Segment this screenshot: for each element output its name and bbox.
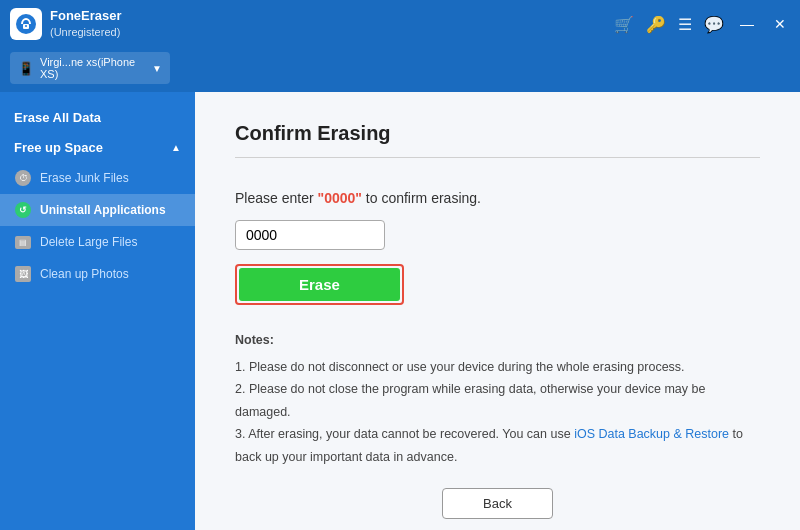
device-label: Virgi...ne xs(iPhone XS) bbox=[40, 56, 146, 80]
back-button-wrapper: Back bbox=[235, 468, 760, 519]
note-1: 1. Please do not disconnect or use your … bbox=[235, 356, 760, 379]
sidebar-item-delete-large[interactable]: ▤ Delete Large Files bbox=[0, 226, 195, 258]
title-bar: FoneEraser (Unregistered) 🛒 🔑 ☰ 💬 — ✕ bbox=[0, 0, 800, 48]
clean-photos-label: Clean up Photos bbox=[40, 267, 129, 281]
sidebar-item-erase-junk[interactable]: ⏱ Erase Junk Files bbox=[0, 162, 195, 194]
free-up-space-label: Free up Space bbox=[14, 140, 103, 155]
phone-icon: 📱 bbox=[18, 61, 34, 76]
confirm-section: Please enter "0000" to confirm erasing. … bbox=[235, 190, 760, 468]
free-up-space-header[interactable]: Free up Space ▲ bbox=[0, 133, 195, 162]
erase-junk-label: Erase Junk Files bbox=[40, 171, 129, 185]
titlebar-controls: 🛒 🔑 ☰ 💬 — ✕ bbox=[614, 14, 790, 34]
minimize-button[interactable]: — bbox=[736, 14, 758, 34]
delete-large-label: Delete Large Files bbox=[40, 235, 137, 249]
uninstall-apps-label: Uninstall Applications bbox=[40, 203, 166, 217]
sidebar: Erase All Data Free up Space ▲ ⏱ Erase J… bbox=[0, 92, 195, 530]
chevron-down-icon: ▼ bbox=[152, 63, 162, 74]
erase-button[interactable]: Erase bbox=[239, 268, 400, 301]
page-title: Confirm Erasing bbox=[235, 122, 760, 158]
confirm-prompt: Please enter "0000" to confirm erasing. bbox=[235, 190, 760, 206]
clock-icon: ⏱ bbox=[14, 169, 32, 187]
confirm-code-input[interactable] bbox=[235, 220, 385, 250]
ios-backup-link[interactable]: iOS Data Backup & Restore bbox=[574, 427, 729, 441]
key-icon[interactable]: 🔑 bbox=[646, 15, 666, 34]
prompt-after: to confirm erasing. bbox=[362, 190, 481, 206]
device-bar: 📱 Virgi...ne xs(iPhone XS) ▼ bbox=[0, 48, 800, 92]
app-title-text: FoneEraser (Unregistered) bbox=[50, 8, 122, 39]
note-3: 3. After erasing, your data cannot be re… bbox=[235, 423, 760, 468]
main-layout: Erase All Data Free up Space ▲ ⏱ Erase J… bbox=[0, 92, 800, 530]
apps-icon: ↺ bbox=[14, 201, 32, 219]
notes-section: Notes: 1. Please do not disconnect or us… bbox=[235, 329, 760, 468]
prompt-before: Please enter bbox=[235, 190, 318, 206]
erase-button-wrapper: Erase bbox=[235, 264, 404, 305]
sidebar-item-clean-photos[interactable]: 🖼 Clean up Photos bbox=[0, 258, 195, 290]
app-branding: FoneEraser (Unregistered) bbox=[10, 8, 122, 40]
menu-icon[interactable]: ☰ bbox=[678, 15, 692, 34]
chat-icon[interactable]: 💬 bbox=[704, 15, 724, 34]
note-2: 2. Please do not close the program while… bbox=[235, 378, 760, 423]
content-area: Confirm Erasing Please enter "0000" to c… bbox=[195, 92, 800, 530]
chevron-up-icon: ▲ bbox=[171, 142, 181, 153]
notes-title: Notes: bbox=[235, 329, 760, 352]
confirm-code: "0000" bbox=[318, 190, 362, 206]
close-button[interactable]: ✕ bbox=[770, 14, 790, 34]
photos-icon: 🖼 bbox=[14, 265, 32, 283]
sidebar-item-uninstall-apps[interactable]: ↺ Uninstall Applications bbox=[0, 194, 195, 226]
note3-before: 3. After erasing, your data cannot be re… bbox=[235, 427, 574, 441]
app-logo bbox=[10, 8, 42, 40]
files-icon: ▤ bbox=[14, 233, 32, 251]
svg-point-2 bbox=[25, 25, 27, 27]
device-selector[interactable]: 📱 Virgi...ne xs(iPhone XS) ▼ bbox=[10, 52, 170, 84]
back-button[interactable]: Back bbox=[442, 488, 553, 519]
erase-all-title: Erase All Data bbox=[0, 102, 195, 133]
cart-icon[interactable]: 🛒 bbox=[614, 15, 634, 34]
